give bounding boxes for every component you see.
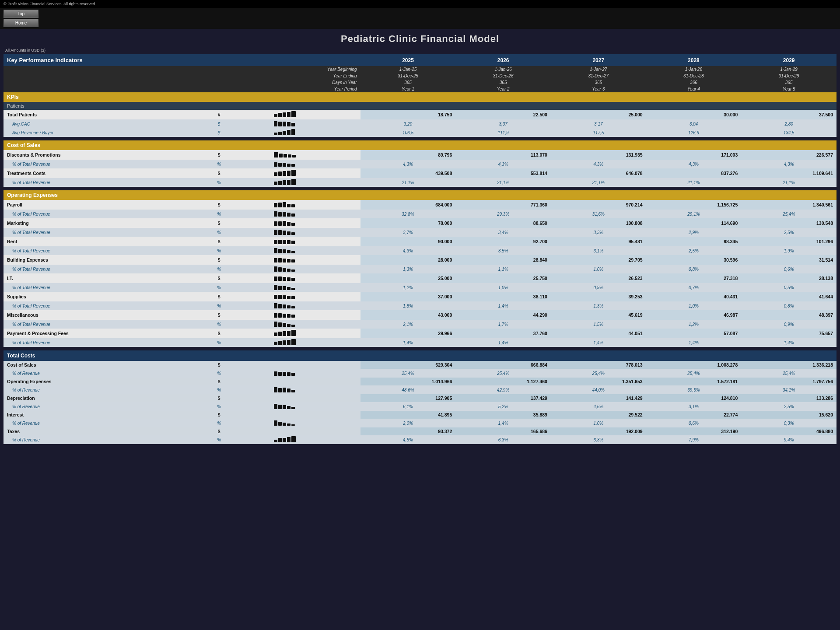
svg-rect-135 [274,440,277,442]
yb-2029: 1-Jan-29 [741,66,836,73]
rent-pct-row: % of Total Revenue % 4,3% 3,5% 3,1% 2,5%… [4,246,836,255]
year-2027-header: 2027 [551,54,646,66]
tp-2028: 30.000 [646,110,742,119]
svg-rect-1 [278,113,282,117]
svg-rect-90 [274,303,277,308]
svg-rect-3 [287,112,290,117]
svg-rect-123 [287,388,290,392]
cac-2028: 3,04 [646,119,742,128]
depreciation-row: Depreciation $ 127.905 137.429 141.429 1… [4,394,836,402]
svg-rect-14 [291,129,295,135]
svg-rect-87 [283,295,286,299]
svg-rect-94 [291,306,295,308]
svg-rect-37 [283,202,286,207]
opex-total-label: Operating Expenses [4,378,204,385]
marketing-row: Marketing $ 78.000 88.650 100.808 114.69… [4,218,836,228]
svg-rect-74 [291,270,295,272]
svg-rect-83 [287,287,290,290]
top-button[interactable]: Top [4,10,38,18]
tpct-2029: 21,1% [741,178,836,187]
svg-rect-78 [287,277,290,281]
svg-rect-61 [278,249,282,253]
opex-section: Operating Expenses [4,190,836,200]
dpct-2025: 4,3% [360,160,456,168]
tpct-2027: 21,1% [551,178,646,187]
tpct-2025: 21,1% [360,178,456,187]
svg-rect-42 [283,212,286,217]
payroll-label: Payroll [4,200,204,210]
year-2029-header: 2029 [741,54,836,66]
dpct-2027: 4,3% [551,160,646,168]
svg-rect-118 [287,372,290,376]
svg-rect-86 [278,295,282,299]
svg-rect-71 [278,267,282,272]
svg-rect-108 [287,331,290,336]
svg-rect-68 [287,259,290,262]
svg-rect-130 [274,420,277,426]
payroll-pct-row: % of Total Revenue % 32,8% 29,3% 31,6% 2… [4,210,836,218]
yb-2028: 1-Jan-28 [646,66,742,73]
misc-pct-row: % of Total Revenue % 2,1% 1,7% 1,5% 1,2%… [4,320,836,329]
svg-rect-64 [291,251,295,253]
yb-2025: 1-Jan-25 [360,66,456,73]
svg-rect-139 [291,436,296,442]
svg-rect-56 [278,240,282,244]
treatments-pct-label: % of Total Revenue [4,178,204,187]
ye-2029: 31-Dec-29 [741,73,836,79]
opex-label: Operating Expenses [4,190,836,200]
dpct-2028: 4,3% [646,160,742,168]
ye-2026: 31-Dec-26 [455,73,551,79]
home-button[interactable]: Home [4,19,38,27]
payment-label: Payment & Processing Fees [4,329,204,338]
treatments-row: Treatments Costs $ 439.508 553.814 646.0… [4,168,836,178]
cos-total-label: Cost of Sales [4,361,204,369]
tp-2026: 22.500 [455,110,551,119]
days-2029: 365 [741,79,836,86]
svg-rect-4 [291,111,296,117]
svg-rect-89 [291,296,295,299]
svg-rect-73 [287,269,290,272]
svg-rect-138 [287,437,290,442]
svg-rect-70 [274,266,277,272]
svg-rect-62 [283,249,286,253]
svg-rect-80 [274,285,277,290]
svg-rect-66 [278,258,282,262]
svg-rect-112 [283,340,286,345]
svg-rect-32 [283,180,286,185]
year-2025-header: 2025 [360,54,456,66]
svg-rect-76 [278,276,282,281]
kpi-section-label: Key Performance Indicators [4,54,360,66]
discounts-pct-row: % of Total Revenue % 4,3% 4,3% 4,3% 4,3%… [4,160,836,168]
svg-rect-67 [283,259,286,262]
svg-rect-133 [287,424,290,426]
pay-2028: 1.156.725 [646,200,742,210]
svg-rect-26 [278,172,282,176]
discounts-spark [234,150,360,160]
svg-rect-103 [287,324,290,327]
svg-rect-129 [291,407,295,409]
svg-rect-34 [291,179,296,185]
avg-rev-buyer-spark [234,128,360,137]
yp-2027: Year 3 [551,86,646,92]
svg-rect-28 [287,171,290,176]
svg-rect-0 [274,114,277,117]
svg-rect-116 [278,372,282,376]
avg-rev-buyer-label: Avg.Revenue / Buyer [4,128,204,137]
days-2027: 365 [551,79,646,86]
payroll-spark [234,200,360,210]
supplies-pct-row: % of Total Revenue % 1,8% 1,4% 1,3% 1,0%… [4,301,836,310]
svg-rect-137 [283,438,286,442]
treat-2028: 837.276 [646,168,742,178]
svg-rect-128 [287,406,290,409]
svg-rect-122 [283,388,286,392]
main-table-container: Key Performance Indicators 2025 2026 202… [0,54,840,453]
svg-rect-57 [283,240,286,244]
discounts-row: Discounts & Promotions $ 89.796 113.070 … [4,150,836,160]
svg-rect-69 [291,259,295,262]
svg-rect-79 [291,278,295,281]
disc-2026: 113.070 [455,150,551,160]
svg-rect-31 [278,181,282,185]
payment-pct-row: % of Total Revenue % 1,4% 1,4% 1,4% 1,4%… [4,338,836,347]
it-pct-row: % of Total Revenue % 1,2% 1,0% 0,9% 0,7%… [4,283,836,292]
svg-rect-47 [283,221,286,226]
